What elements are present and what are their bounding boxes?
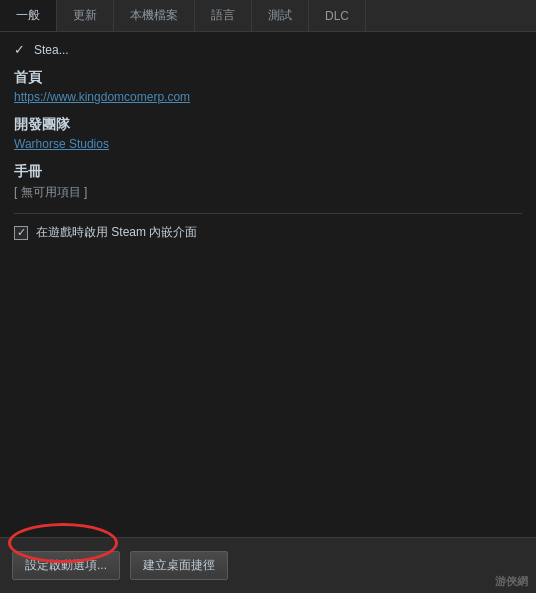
launch-options-button[interactable]: 設定啟動選項...	[12, 551, 120, 580]
game-checkbox-row[interactable]: ✓ Stea...	[14, 42, 522, 57]
main-content: ✓ Stea... 首頁 https://www.kingdomcomerp.c…	[0, 32, 536, 251]
separator	[14, 213, 522, 214]
game-checkbox-label: Stea...	[34, 43, 69, 57]
bottom-bar: 設定啟動選項... 建立桌面捷徑	[0, 537, 536, 593]
tab-local-files[interactable]: 本機檔案	[114, 0, 195, 31]
tab-beta[interactable]: 測試	[252, 0, 309, 31]
homepage-label: 首頁	[14, 69, 522, 87]
tab-language[interactable]: 語言	[195, 0, 252, 31]
overlay-label: 在遊戲時啟用 Steam 內嵌介面	[36, 224, 197, 241]
tab-updates[interactable]: 更新	[57, 0, 114, 31]
overlay-row[interactable]: 在遊戲時啟用 Steam 內嵌介面	[14, 224, 522, 241]
manual-value: [ 無可用項目 ]	[14, 184, 522, 201]
tab-general[interactable]: 一般	[0, 0, 57, 31]
watermark: 游俠網	[495, 574, 528, 589]
homepage-url[interactable]: https://www.kingdomcomerp.com	[14, 90, 522, 104]
game-checkbox-mark: ✓	[14, 42, 28, 57]
dev-team-value[interactable]: Warhorse Studios	[14, 137, 522, 151]
manual-label: 手冊	[14, 163, 522, 181]
dev-team-label: 開發團隊	[14, 116, 522, 134]
tab-bar: 一般 更新 本機檔案 語言 測試 DLC	[0, 0, 536, 32]
tab-dlc[interactable]: DLC	[309, 0, 366, 31]
desktop-shortcut-button[interactable]: 建立桌面捷徑	[130, 551, 228, 580]
overlay-checkbox[interactable]	[14, 226, 28, 240]
